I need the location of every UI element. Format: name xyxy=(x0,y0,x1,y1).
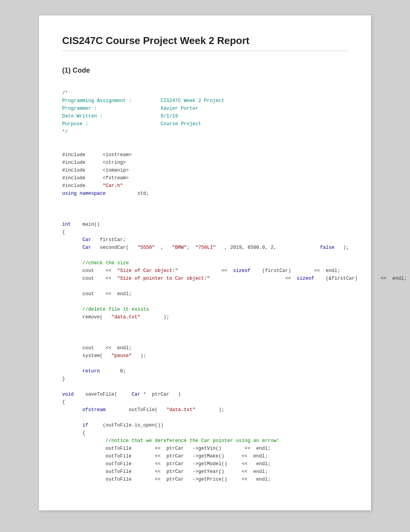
section-title: (1) Code xyxy=(62,66,348,75)
page-container: CIS247C Course Project Week 2 Report (1)… xyxy=(39,15,371,510)
page-title: CIS247C Course Project Week 2 Report xyxy=(62,35,348,51)
code-block: /* Programming Assignment : CIS247C Week… xyxy=(62,82,348,491)
